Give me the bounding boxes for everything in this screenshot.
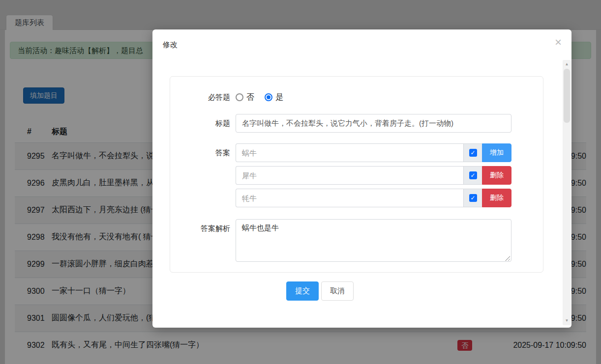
required-row: 必答题 否 是	[170, 91, 543, 103]
close-icon[interactable]: ×	[555, 36, 562, 48]
radio-option-yes[interactable]: 是	[265, 91, 283, 103]
required-label: 必答题	[170, 91, 230, 103]
title-input[interactable]	[236, 114, 511, 133]
answer-checkbox-addon: ✓	[463, 189, 482, 207]
answer-checkbox-addon: ✓	[463, 166, 482, 185]
radio-label-no: 否	[246, 91, 254, 103]
answer-checkbox-addon: ✓	[463, 143, 482, 162]
check-icon: ✓	[470, 195, 475, 201]
answers-row: 答案 ✓ 增加 ✓ 删除	[170, 143, 543, 207]
edit-question-modal: 修改 × ▲ ▼ 必答题 否 是 标题	[152, 29, 571, 328]
answer-checkbox[interactable]: ✓	[469, 171, 477, 179]
cancel-button[interactable]: 取消	[321, 281, 354, 301]
title-row: 标题	[170, 114, 543, 133]
answer-input[interactable]	[236, 189, 463, 207]
analysis-textarea[interactable]: 蜗牛也是牛	[236, 219, 511, 262]
check-icon: ✓	[470, 150, 475, 156]
submit-button[interactable]: 提交	[286, 281, 319, 301]
answer-input[interactable]	[236, 143, 463, 162]
delete-answer-button[interactable]: 删除	[482, 189, 511, 207]
answer-group: ✓ 增加	[236, 143, 511, 162]
radio-option-no[interactable]: 否	[236, 91, 254, 103]
modal-scrollbar[interactable]: ▲ ▼	[563, 60, 571, 325]
modal-title: 修改	[163, 40, 178, 50]
modal-footer: 提交 取消	[286, 281, 354, 301]
radio-label-yes: 是	[275, 91, 283, 103]
analysis-row: 答案解析 蜗牛也是牛	[170, 219, 543, 264]
analysis-label: 答案解析	[170, 219, 230, 264]
scroll-up-icon[interactable]: ▲	[563, 61, 571, 68]
title-label: 标题	[170, 114, 230, 133]
radio-button-yes[interactable]	[265, 93, 272, 101]
answer-checkbox[interactable]: ✓	[469, 149, 477, 157]
scrollbar-thumb[interactable]	[564, 69, 570, 123]
answer-input[interactable]	[236, 166, 463, 185]
scroll-down-icon[interactable]: ▼	[563, 317, 571, 324]
radio-button-no[interactable]	[236, 93, 243, 101]
edit-form-card: 必答题 否 是 标题 答案	[170, 76, 543, 273]
answers-label: 答案	[170, 143, 230, 207]
answer-group: ✓ 删除	[236, 189, 511, 207]
delete-answer-button[interactable]: 删除	[482, 166, 511, 185]
add-answer-button[interactable]: 增加	[482, 143, 511, 162]
check-icon: ✓	[470, 172, 475, 178]
answer-group: ✓ 删除	[236, 166, 511, 185]
answer-checkbox[interactable]: ✓	[469, 194, 477, 202]
